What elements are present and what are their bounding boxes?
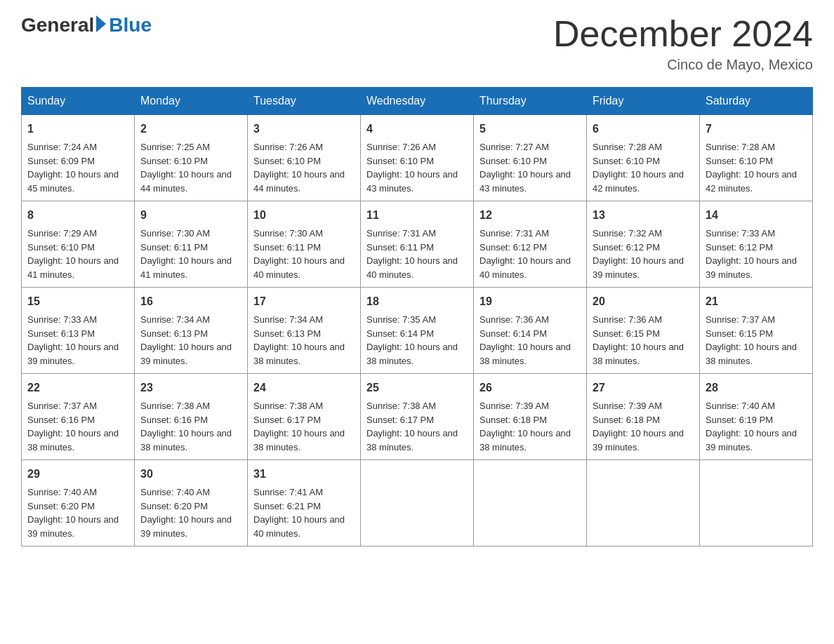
day-number: 14 <box>706 207 807 224</box>
calendar-cell: 6Sunrise: 7:28 AMSunset: 6:10 PMDaylight… <box>587 115 700 201</box>
calendar-week-row: 29Sunrise: 7:40 AMSunset: 6:20 PMDayligh… <box>22 460 813 546</box>
day-info: Sunrise: 7:34 AMSunset: 6:13 PMDaylight:… <box>140 313 241 368</box>
calendar-cell: 26Sunrise: 7:39 AMSunset: 6:18 PMDayligh… <box>474 374 587 460</box>
day-number: 5 <box>479 121 581 137</box>
day-info: Sunrise: 7:33 AMSunset: 6:13 PMDaylight:… <box>27 313 128 368</box>
day-number: 29 <box>27 466 128 483</box>
day-number: 25 <box>366 380 468 396</box>
calendar-cell: 16Sunrise: 7:34 AMSunset: 6:13 PMDayligh… <box>135 288 248 374</box>
day-info: Sunrise: 7:39 AMSunset: 6:18 PMDaylight:… <box>593 399 694 454</box>
day-info: Sunrise: 7:38 AMSunset: 6:16 PMDaylight:… <box>140 399 241 454</box>
day-info: Sunrise: 7:24 AMSunset: 6:09 PMDaylight:… <box>27 140 128 195</box>
calendar-cell: 2Sunrise: 7:25 AMSunset: 6:10 PMDaylight… <box>135 115 248 201</box>
day-info: Sunrise: 7:29 AMSunset: 6:10 PMDaylight:… <box>27 227 128 281</box>
header-monday: Monday <box>135 88 248 115</box>
calendar-cell: 31Sunrise: 7:41 AMSunset: 6:21 PMDayligh… <box>248 460 361 546</box>
day-number: 11 <box>366 207 468 224</box>
day-info: Sunrise: 7:36 AMSunset: 6:15 PMDaylight:… <box>593 313 694 368</box>
day-number: 22 <box>27 380 128 396</box>
header-saturday: Saturday <box>700 88 813 115</box>
month-title: December 2024 <box>553 14 813 54</box>
day-info: Sunrise: 7:39 AMSunset: 6:18 PMDaylight:… <box>479 399 581 454</box>
day-info: Sunrise: 7:34 AMSunset: 6:13 PMDaylight:… <box>253 313 355 368</box>
day-info: Sunrise: 7:26 AMSunset: 6:10 PMDaylight:… <box>366 140 468 195</box>
day-number: 15 <box>27 293 128 310</box>
day-info: Sunrise: 7:28 AMSunset: 6:10 PMDaylight:… <box>706 140 807 195</box>
day-number: 31 <box>253 466 355 483</box>
day-number: 1 <box>27 121 128 137</box>
page-header: General Blue December 2024 Cinco de Mayo… <box>21 14 813 73</box>
day-number: 28 <box>706 380 807 396</box>
day-info: Sunrise: 7:41 AMSunset: 6:21 PMDaylight:… <box>253 485 355 540</box>
calendar-cell: 20Sunrise: 7:36 AMSunset: 6:15 PMDayligh… <box>587 288 700 374</box>
calendar-cell: 25Sunrise: 7:38 AMSunset: 6:17 PMDayligh… <box>361 374 474 460</box>
day-info: Sunrise: 7:40 AMSunset: 6:19 PMDaylight:… <box>706 399 807 454</box>
calendar-cell: 8Sunrise: 7:29 AMSunset: 6:10 PMDaylight… <box>22 201 135 288</box>
day-number: 26 <box>479 380 581 396</box>
header-wednesday: Wednesday <box>361 88 474 115</box>
day-info: Sunrise: 7:28 AMSunset: 6:10 PMDaylight:… <box>593 140 694 195</box>
logo: General Blue <box>21 14 152 36</box>
day-info: Sunrise: 7:26 AMSunset: 6:10 PMDaylight:… <box>253 140 355 195</box>
calendar-cell: 24Sunrise: 7:38 AMSunset: 6:17 PMDayligh… <box>248 374 361 460</box>
calendar-cell: 18Sunrise: 7:35 AMSunset: 6:14 PMDayligh… <box>361 288 474 374</box>
day-info: Sunrise: 7:31 AMSunset: 6:11 PMDaylight:… <box>366 227 468 281</box>
calendar-cell: 9Sunrise: 7:30 AMSunset: 6:11 PMDaylight… <box>135 201 248 288</box>
day-info: Sunrise: 7:33 AMSunset: 6:12 PMDaylight:… <box>706 227 807 281</box>
day-info: Sunrise: 7:30 AMSunset: 6:11 PMDaylight:… <box>140 227 241 281</box>
title-area: December 2024 Cinco de Mayo, Mexico <box>553 14 813 73</box>
header-thursday: Thursday <box>474 88 587 115</box>
calendar-cell: 28Sunrise: 7:40 AMSunset: 6:19 PMDayligh… <box>700 374 813 460</box>
calendar-cell: 14Sunrise: 7:33 AMSunset: 6:12 PMDayligh… <box>700 201 813 288</box>
day-number: 19 <box>479 293 581 310</box>
day-number: 3 <box>253 121 355 137</box>
day-number: 20 <box>593 293 694 310</box>
calendar-cell: 13Sunrise: 7:32 AMSunset: 6:12 PMDayligh… <box>587 201 700 288</box>
day-info: Sunrise: 7:35 AMSunset: 6:14 PMDaylight:… <box>366 313 468 368</box>
day-number: 24 <box>253 380 355 396</box>
day-number: 30 <box>140 466 241 483</box>
calendar-week-row: 22Sunrise: 7:37 AMSunset: 6:16 PMDayligh… <box>22 374 813 460</box>
day-number: 8 <box>27 207 128 224</box>
calendar-cell: 27Sunrise: 7:39 AMSunset: 6:18 PMDayligh… <box>587 374 700 460</box>
calendar-cell: 10Sunrise: 7:30 AMSunset: 6:11 PMDayligh… <box>248 201 361 288</box>
calendar-cell <box>474 460 587 546</box>
day-number: 27 <box>593 380 694 396</box>
day-number: 12 <box>479 207 581 224</box>
calendar-week-row: 8Sunrise: 7:29 AMSunset: 6:10 PMDaylight… <box>22 201 813 288</box>
day-info: Sunrise: 7:32 AMSunset: 6:12 PMDaylight:… <box>593 227 694 281</box>
day-info: Sunrise: 7:31 AMSunset: 6:12 PMDaylight:… <box>479 227 581 281</box>
calendar-cell: 29Sunrise: 7:40 AMSunset: 6:20 PMDayligh… <box>22 460 135 546</box>
day-number: 13 <box>593 207 694 224</box>
header-friday: Friday <box>587 88 700 115</box>
day-number: 6 <box>593 121 694 137</box>
calendar-cell <box>700 460 813 546</box>
calendar-cell: 22Sunrise: 7:37 AMSunset: 6:16 PMDayligh… <box>22 374 135 460</box>
calendar-cell: 23Sunrise: 7:38 AMSunset: 6:16 PMDayligh… <box>135 374 248 460</box>
day-number: 23 <box>140 380 241 396</box>
calendar-cell: 30Sunrise: 7:40 AMSunset: 6:20 PMDayligh… <box>135 460 248 546</box>
day-info: Sunrise: 7:36 AMSunset: 6:14 PMDaylight:… <box>479 313 581 368</box>
calendar-cell: 4Sunrise: 7:26 AMSunset: 6:10 PMDaylight… <box>361 115 474 201</box>
logo-arrow-icon <box>96 15 106 32</box>
day-info: Sunrise: 7:38 AMSunset: 6:17 PMDaylight:… <box>253 399 355 454</box>
calendar-header-row: SundayMondayTuesdayWednesdayThursdayFrid… <box>22 88 813 115</box>
day-number: 2 <box>140 121 241 137</box>
logo-blue-text: Blue <box>109 14 152 36</box>
day-info: Sunrise: 7:27 AMSunset: 6:10 PMDaylight:… <box>479 140 581 195</box>
calendar-cell: 11Sunrise: 7:31 AMSunset: 6:11 PMDayligh… <box>361 201 474 288</box>
calendar-week-row: 1Sunrise: 7:24 AMSunset: 6:09 PMDaylight… <box>22 115 813 201</box>
logo-general-text: General <box>21 14 94 36</box>
day-info: Sunrise: 7:38 AMSunset: 6:17 PMDaylight:… <box>366 399 468 454</box>
calendar-cell: 15Sunrise: 7:33 AMSunset: 6:13 PMDayligh… <box>22 288 135 374</box>
day-number: 21 <box>706 293 807 310</box>
calendar-cell: 21Sunrise: 7:37 AMSunset: 6:15 PMDayligh… <box>700 288 813 374</box>
day-info: Sunrise: 7:40 AMSunset: 6:20 PMDaylight:… <box>27 485 128 540</box>
day-number: 16 <box>140 293 241 310</box>
header-sunday: Sunday <box>22 88 135 115</box>
calendar-cell <box>361 460 474 546</box>
day-info: Sunrise: 7:37 AMSunset: 6:16 PMDaylight:… <box>27 399 128 454</box>
day-number: 10 <box>253 207 355 224</box>
location-subtitle: Cinco de Mayo, Mexico <box>553 57 813 73</box>
calendar-cell: 5Sunrise: 7:27 AMSunset: 6:10 PMDaylight… <box>474 115 587 201</box>
